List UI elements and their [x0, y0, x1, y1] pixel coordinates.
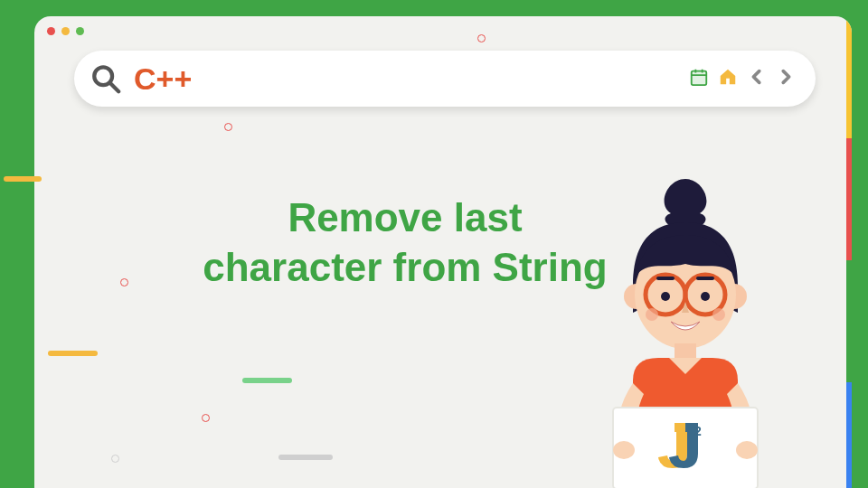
svg-point-19 [661, 292, 670, 301]
home-icon[interactable] [718, 67, 738, 90]
svg-point-28 [613, 441, 635, 459]
decoration-dash [4, 176, 42, 182]
svg-text:2: 2 [694, 424, 702, 438]
search-bar[interactable]: C++ [74, 51, 816, 107]
edge-accent-red [846, 138, 852, 260]
search-input[interactable]: C++ [134, 61, 689, 97]
search-icon [90, 63, 121, 94]
svg-point-23 [646, 308, 658, 321]
svg-point-20 [701, 292, 710, 301]
decoration-ring [120, 278, 128, 286]
chevron-right-icon[interactable] [776, 67, 796, 90]
window-traffic-lights [47, 27, 84, 35]
decoration-dash [242, 378, 292, 383]
svg-rect-25 [675, 343, 696, 360]
svg-point-29 [736, 441, 758, 459]
decoration-ring [224, 123, 232, 131]
svg-rect-22 [696, 277, 714, 280]
edge-accent-blue [846, 382, 852, 488]
toolbar-icons [689, 67, 796, 90]
svg-point-24 [712, 308, 725, 321]
decoration-dash [278, 455, 333, 460]
svg-rect-2 [692, 71, 707, 86]
decoration-ring [202, 414, 210, 422]
decoration-ring [477, 34, 486, 42]
minimize-icon[interactable] [61, 27, 70, 35]
calendar-icon[interactable] [689, 67, 709, 90]
svg-line-1 [110, 83, 118, 91]
browser-window: C++ [34, 16, 852, 488]
svg-rect-21 [656, 277, 675, 280]
close-icon[interactable] [47, 27, 55, 35]
decoration-dash [48, 351, 98, 356]
maximize-icon[interactable] [76, 27, 84, 35]
chevron-left-icon[interactable] [747, 67, 767, 90]
character-illustration: 2 [550, 177, 821, 488]
edge-accent-green [846, 260, 852, 382]
decoration-ring [111, 455, 119, 463]
edge-accent-yellow [846, 16, 852, 138]
